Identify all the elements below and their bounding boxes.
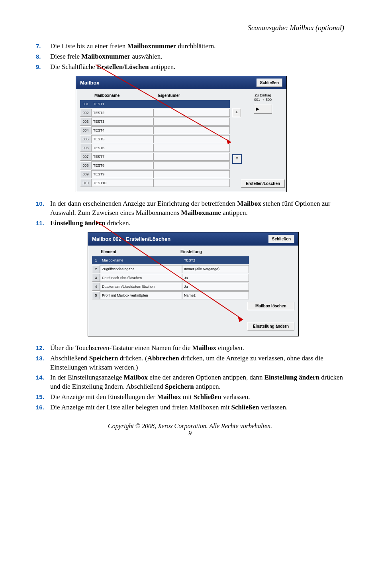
step-num: 13.	[36, 354, 50, 372]
step-num: 10.	[36, 199, 50, 218]
step-text: Die Anzeige mit den Einstellungen der Ma…	[50, 393, 344, 402]
figure-1: Mailbox Schließen Mailboxname Eigentümer…	[76, 76, 287, 192]
step-num: 12.	[36, 344, 50, 353]
delete-mailbox-button[interactable]: Mailbox löschen	[247, 302, 294, 310]
step-num: 9.	[36, 63, 50, 72]
step-text: Die Schaltfläche Erstellen/Löschen antip…	[50, 63, 344, 72]
goto-label: Zu Eintrag 001 → 500	[254, 93, 272, 102]
mailbox-row[interactable]: 010TEST10	[80, 179, 230, 187]
setting-row[interactable]: 4Dateien am Ablaufdatum löschenJa	[92, 283, 249, 291]
mailbox-row[interactable]: 005TEST5	[80, 135, 230, 143]
page-header: Scanausgabe: Mailbox (optional)	[36, 24, 344, 32]
copyright: Copyright © 2008, Xerox Corporation. All…	[36, 423, 344, 430]
dialog-title: Mailbox 002 - Erstellen/Löschen	[92, 236, 170, 242]
step-list: 10.In der dann erscheinenden Anzeige zur…	[36, 199, 344, 228]
setting-row[interactable]: 1MailboxnameTEST2	[92, 256, 249, 264]
mailbox-row[interactable]: 008TEST8	[80, 161, 230, 169]
step-num: 7.	[36, 42, 50, 51]
col-element: Element	[101, 250, 180, 254]
mailbox-row[interactable]: 007TEST7	[80, 153, 230, 161]
scroll-up-button[interactable]: ▲	[232, 108, 241, 117]
figure-2: Mailbox 002 - Erstellen/Löschen Schließe…	[88, 232, 299, 336]
col-setting: Einstellung	[180, 250, 249, 254]
step-text: Einstellung ändern drücken.	[50, 219, 344, 228]
create-delete-button[interactable]: Erstellen/Löschen	[241, 179, 285, 188]
step-num: 8.	[36, 52, 50, 61]
step-list: 12.Über die Touchscreen-Tastatur einen N…	[36, 344, 344, 413]
col-owner: Eigentümer	[158, 93, 230, 98]
change-setting-button[interactable]: Einstellung ändern	[247, 322, 294, 330]
step-num: 14.	[36, 373, 50, 391]
step-text: Die Anzeige mit der Liste aller belegten…	[50, 403, 344, 412]
mailbox-row[interactable]: 009TEST9	[80, 170, 230, 178]
mailbox-row[interactable]: 006TEST6	[80, 144, 230, 152]
step-text: In der Einstellungsanzeige Mailbox eine …	[50, 373, 344, 391]
goto-button[interactable]: ▶	[254, 104, 272, 114]
scroll-down-button[interactable]: ▼	[232, 154, 242, 164]
mailbox-row[interactable]: 002TEST2	[80, 109, 230, 117]
mailbox-row[interactable]: 003TEST3	[80, 118, 230, 126]
setting-row[interactable]: 5Profil mit Mailbox verknüpfenName2	[92, 291, 249, 299]
close-button[interactable]: Schließen	[268, 235, 294, 243]
step-num: 11.	[36, 219, 50, 228]
step-num: 16.	[36, 403, 50, 412]
step-text: Abschließend Speichern drücken. (Abbrech…	[50, 354, 344, 372]
step-text: Diese freie Mailboxnummer auswählen.	[50, 52, 344, 61]
step-text: Die Liste bis zu einer freien Mailboxnum…	[50, 42, 344, 51]
setting-row[interactable]: 3Datei nach Abruf löschenJa	[92, 274, 249, 282]
page-number: 9	[36, 430, 344, 437]
setting-row[interactable]: 2ZugriffscodeeingabeImmer (alle Vorgänge…	[92, 265, 249, 273]
step-list: 7.Die Liste bis zu einer freien Mailboxn…	[36, 42, 344, 72]
step-text: Über die Touchscreen-Tastatur einen Name…	[50, 344, 344, 353]
col-mailboxname: Mailboxname	[94, 93, 158, 98]
step-num: 15.	[36, 393, 50, 402]
dialog-title: Mailbox	[80, 80, 99, 86]
mailbox-row[interactable]: 004TEST4	[80, 126, 230, 134]
mailbox-row[interactable]: 001TEST1	[80, 100, 230, 108]
close-button[interactable]: Schließen	[257, 79, 282, 87]
step-text: In der dann erscheinenden Anzeige zur Ei…	[50, 199, 344, 218]
